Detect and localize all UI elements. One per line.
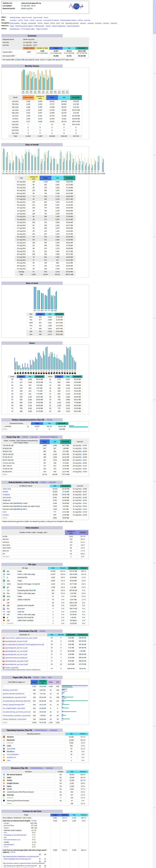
cell: 1.9 % [77, 547, 88, 550]
menu-link-full-list[interactable]: Full list [30, 20, 34, 21]
menu-link-hosts[interactable]: Hosts [24, 20, 28, 21]
page-url-link[interactable]: /activity_listings/message.shtml [3, 704, 25, 706]
page-url-link[interactable]: /recreational/multi_event/multi_event.sh… [3, 711, 31, 713]
referrer-link[interactable]: http://codedbybfr.iinaa.net/sitemap.html [4, 858, 31, 860]
menu-link-versions[interactable]: Versions [103, 22, 109, 24]
link[interactable]: Unknown [46, 767, 53, 769]
link[interactable]: Last visit [31, 436, 37, 438]
search-engine-link[interactable]: Microsoft Bing [4, 825, 14, 826]
menu-link-versions[interactable]: Versions [80, 22, 86, 24]
scrollbar[interactable]: ▲ ▼ [153, 0, 156, 868]
robot-link[interactable]: BaiDuSpider [3, 497, 11, 498]
link[interactable]: Full list [10, 851, 15, 853]
page-url-link[interactable]: /notices/award_nomination_request.html [3, 715, 31, 716]
referrer-link[interactable]: http://togavcgcd.solidwebhost.com/sitema… [4, 865, 37, 867]
page-url-link[interactable]: /recreational/local_hikes/local_hikes.sh… [3, 700, 31, 702]
menu-link-last-visit[interactable]: Last visit [84, 20, 90, 21]
menu-link-full-list[interactable]: Full list [37, 22, 42, 24]
menu-link-days-of-month[interactable]: Days of month [22, 17, 32, 19]
menu-link-viewed[interactable]: Viewed [44, 22, 49, 24]
search-engine-link[interactable]: Stumbleupon (Social Bookmark) [4, 834, 26, 836]
cell: 107 [54, 699, 61, 703]
menu-link-search[interactable]: Search [46, 25, 51, 27]
page-url-link[interactable]: /featured_events.html [3, 689, 18, 691]
search-engine-link[interactable]: Ask [4, 837, 6, 838]
menu-link-monthly-history[interactable]: Monthly history [10, 17, 21, 19]
menu-link-full-list[interactable]: Full list [18, 20, 23, 21]
menu-link-operating-systems[interactable]: Operating Systems [65, 22, 79, 24]
search-engine-link[interactable]: Yahoo! [4, 827, 9, 829]
menu-link-referring-sites[interactable]: Referring sites [34, 25, 44, 27]
menu-link-origin[interactable]: Origin [10, 25, 14, 27]
referrer-link[interactable]: http://meanderpwvdk.iinaa.net/sitemap.ht… [4, 867, 34, 868]
page-url-link[interactable]: /activity_listings/narr_events.shtml [3, 718, 26, 720]
menu-link-search-keyphrases[interactable]: Search Keyphrases [52, 25, 66, 27]
menu-link-days-of-week[interactable]: Days of week [33, 17, 43, 19]
page-url-link[interactable]: /gazette/gazette_aug-sept-11.html [3, 696, 26, 698]
link[interactable]: Unknown [50, 729, 57, 731]
scroll-up-icon[interactable]: ▲ [153, 0, 156, 3]
download-link[interactable]: /gazette/gazette_oct_nov-09.pdf [5, 650, 28, 652]
link[interactable]: Full list [22, 436, 28, 438]
link[interactable]: Full list/Versions [31, 767, 43, 769]
page-url-link[interactable]: /gazette/calendar/calendar.html [3, 693, 24, 694]
download-link[interactable]: /leader_support/by-laws%20amended%20Nove… [3, 667, 41, 671]
menu-link-pages-not-found[interactable]: Pages not found [36, 28, 47, 30]
menu-link-last-visit[interactable]: Last visit [36, 20, 42, 21]
download-link[interactable]: /recreational/local_bikes/NST-Trek-Regis… [5, 644, 44, 646]
menu-link-exit[interactable]: Exit [61, 22, 64, 24]
menu-link-file-type[interactable]: File type [21, 22, 27, 24]
menu-link-full-list[interactable]: Full list [78, 20, 83, 21]
link[interactable]: Exit [48, 677, 51, 678]
robot-link[interactable]: Googlebot [3, 494, 10, 495]
menu-link-entry[interactable]: Entry [56, 22, 60, 24]
os-link[interactable]: Java Mobile [7, 748, 15, 750]
menu-link-unresolved-ip-address[interactable]: Unresolved IP Address [43, 20, 59, 21]
robot-link[interactable]: Yahoo Slurp [3, 488, 11, 490]
download-link[interactable]: /gazette/gazette_apr-may-09.pdf [5, 663, 28, 665]
menu-link-unknown[interactable]: Unknown [111, 22, 117, 24]
menu-link-search-keywords[interactable]: Search Keywords [67, 25, 79, 27]
os-link[interactable]: Symbian OS [7, 756, 16, 758]
os-link[interactable]: Java [7, 760, 10, 761]
download-link[interactable]: /notices/AMC_Updated_Brochure_Mar_09.pdf [5, 637, 37, 639]
page-url-link[interactable]: / [3, 686, 3, 687]
menu-link-unknown[interactable]: Unknown [87, 22, 94, 24]
robot-link[interactable]: MJ12bot [3, 514, 9, 516]
download-link[interactable]: /gazette/gazette_aug-sept-11.pdf [5, 660, 28, 662]
referrer-link[interactable]: http://paymentxmfwr.solidwebhost.com/sit… [3, 856, 39, 858]
menu-link-downloads[interactable]: Downloads [28, 22, 36, 24]
menu-link-countries[interactable]: Countries [10, 20, 16, 21]
robot-link[interactable]: Nutch [3, 511, 7, 513]
page-url-link[interactable]: /our_chapter/leader_roster.shtml [3, 707, 25, 709]
search-engine-link[interactable]: Google [4, 823, 9, 824]
menu-link-miscellaneous[interactable]: Miscellaneous [10, 28, 20, 30]
search-engine-link[interactable]: MyWebSearch [4, 844, 14, 845]
download-link[interactable]: /gazette/gazette_feb-mar-11.pdf [5, 647, 27, 649]
scrollbar-thumb[interactable] [153, 3, 156, 34]
menu-link-hours[interactable]: Hours [44, 17, 48, 19]
menu-link-referring-search-engines[interactable]: Referring search engines [15, 25, 33, 27]
menu-link-visits-duration[interactable]: Visits duration [10, 22, 20, 24]
robot-link[interactable]: Bingbot [3, 491, 8, 493]
os-link[interactable]: Sony PlayStation [7, 753, 19, 755]
link[interactable]: Full list [33, 677, 39, 678]
search-engine-link[interactable]: Microsoft Windows Live [4, 839, 21, 841]
download-link[interactable]: /gazette/GazetteJuneJuly08.pdf [5, 657, 27, 659]
link[interactable]: Full list [41, 482, 46, 483]
download-link[interactable]: /gazette/gazette_dec-jan-10.pdf [5, 641, 27, 642]
link[interactable]: Last visit [49, 482, 55, 483]
link[interactable]: Entry [42, 677, 45, 678]
menu-link-browsers[interactable]: Browsers [95, 22, 102, 24]
menu-link-robots-spiders-visitors[interactable]: Robots/Spiders visitors [61, 20, 76, 21]
link[interactable]: Full list/Versions [35, 729, 47, 731]
link[interactable]: Full list [32, 820, 37, 822]
download-link[interactable]: /gazette/gazette_dec-jan-11.pdf [5, 654, 27, 655]
menu-link-full-list[interactable]: Full list [50, 22, 55, 24]
search-engine-link[interactable]: AOL [4, 832, 7, 833]
link[interactable]: Unresolved IP Address [40, 436, 57, 438]
link[interactable]: Full list [40, 630, 45, 632]
menu-link-http-status-codes[interactable]: HTTP Status codes [21, 28, 35, 30]
cell: 6,164 [66, 782, 78, 785]
link[interactable]: Full list [47, 419, 52, 421]
